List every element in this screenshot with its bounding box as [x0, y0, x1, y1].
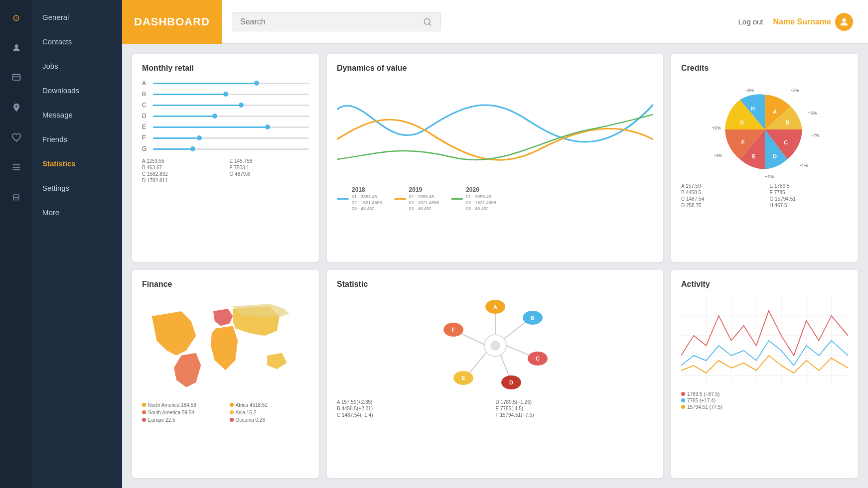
svg-text:+1%: +1% — [765, 174, 774, 179]
search-icon — [423, 17, 433, 27]
header: DASHBOARD Log out Name Surname — [122, 0, 868, 44]
main-area: DASHBOARD Log out Name Surname Monthly r… — [122, 0, 868, 488]
svg-point-0 — [14, 44, 18, 48]
sidebar-item-statistics[interactable]: Statistics — [32, 151, 122, 176]
sidebar-icons-panel: ⊙ ⊟ — [0, 0, 32, 488]
user-name[interactable]: Name Surname — [773, 13, 854, 31]
friends-icon[interactable] — [8, 159, 24, 175]
dynamics-legend-2018: 2018 01 - 2658.45 02 - 1521.4568 03 - 48… — [337, 186, 382, 211]
sidebar-nav: General Contacts Jobs Downloads Message … — [32, 0, 122, 488]
svg-text:G: G — [739, 120, 744, 125]
user-avatar — [835, 13, 853, 31]
content-grid: Monthly retail A B C D E — [122, 44, 868, 488]
statistic-chart: A B C D E — [337, 296, 653, 395]
svg-line-43 — [460, 333, 484, 345]
finance-title: Finance — [142, 280, 309, 289]
credits-title: Credits — [681, 64, 848, 73]
slider-row-c[interactable]: C — [142, 102, 309, 109]
slider-row-f[interactable]: F — [142, 134, 309, 141]
svg-text:-4%: -4% — [714, 153, 722, 158]
dynamics-legend: 2018 01 - 2658.45 02 - 1521.4568 03 - 48… — [337, 186, 653, 211]
location-icon[interactable] — [8, 100, 24, 116]
svg-text:E: E — [461, 375, 465, 381]
svg-point-46 — [490, 341, 500, 351]
dashboard-title: DASHBOARD — [122, 0, 222, 44]
header-right: Log out Name Surname — [738, 13, 853, 31]
sidebar-item-more[interactable]: More — [32, 200, 122, 225]
dynamics-legend-2020: 2020 01 - 2658.45 02 - 1521.4568 03 - 48… — [451, 186, 496, 211]
svg-text:-3%: -3% — [791, 88, 799, 93]
svg-text:+2%: +2% — [712, 125, 721, 130]
svg-text:C: C — [784, 139, 788, 145]
slider-row-d[interactable]: D — [142, 113, 309, 120]
logout-button[interactable]: Log out — [738, 17, 763, 26]
sidebar-item-settings[interactable]: Settings — [32, 176, 122, 200]
sidebar-item-general[interactable]: General — [32, 5, 122, 29]
finance-legend: North America 184.58 Africa 4518.52 Sout… — [142, 402, 309, 423]
slider-row-a[interactable]: A — [142, 80, 309, 87]
credits-legend: A 157.59 E 1789.5 B 4458.5 F 7785 C 1487… — [681, 183, 848, 208]
svg-text:A: A — [493, 304, 497, 310]
slider-row-b[interactable]: B — [142, 91, 309, 98]
dynamics-title: Dynamics of value — [337, 64, 653, 73]
statistic-card: Statistic A B C — [327, 270, 663, 478]
dynamics-legend-2019: 2019 01 - 2658.45 02 - 1521.4568 03 - 48… — [394, 186, 439, 211]
svg-text:F: F — [741, 139, 744, 145]
svg-text:D: D — [509, 379, 513, 385]
svg-text:H: H — [751, 106, 755, 112]
svg-text:C: C — [536, 356, 540, 362]
settings-icon[interactable]: ⊟ — [8, 189, 24, 205]
svg-text:-9%: -9% — [746, 88, 754, 93]
svg-text:-7%: -7% — [812, 133, 820, 138]
sidebar-item-downloads[interactable]: Downloads — [32, 78, 122, 103]
activity-legend: 1789.5 (+87.5) 7785 (+17.4) 15794.51 (77… — [681, 391, 848, 410]
activity-card: Activity 1789.5 (+ — [671, 270, 858, 478]
svg-point-8 — [424, 18, 430, 24]
credits-card: Credits — [671, 54, 858, 262]
slider-row-e[interactable]: E — [142, 123, 309, 130]
general-icon[interactable]: ⊙ — [8, 10, 24, 26]
credits-pie-svg: A B C D E F G H -9% -3% +5% -7% -4% +1% … — [710, 80, 820, 179]
monthly-retail-card: Monthly retail A B C D E — [132, 54, 319, 262]
dynamics-chart-svg — [337, 80, 653, 179]
sidebar-item-message[interactable]: Message — [32, 103, 122, 127]
contacts-icon[interactable] — [8, 40, 24, 56]
statistic-bubble-svg: A B C D E — [431, 296, 560, 395]
sidebar-item-contacts[interactable]: Contacts — [32, 29, 122, 54]
svg-text:+5%: +5% — [808, 111, 817, 116]
search-bar[interactable] — [232, 12, 441, 31]
statistic-title: Statistic — [337, 280, 653, 289]
svg-text:B: B — [531, 315, 535, 321]
svg-line-34 — [506, 346, 530, 356]
retail-legend: A 1253.55 E 145.758 B 463.67 F 7503.1 C … — [142, 158, 309, 183]
svg-line-37 — [500, 355, 509, 376]
credits-chart: A B C D E F G H -9% -3% +5% -7% -4% +1% … — [681, 80, 848, 179]
svg-text:A: A — [773, 109, 777, 115]
svg-text:F: F — [451, 327, 455, 333]
svg-text:D: D — [773, 153, 777, 159]
finance-map-svg — [142, 296, 309, 395]
search-input[interactable] — [240, 17, 418, 26]
dynamics-card: Dynamics of value 2018 01 - 2658.45 02 -… — [327, 54, 663, 262]
activity-chart-svg — [681, 296, 848, 385]
svg-line-31 — [504, 322, 526, 339]
activity-title: Activity — [681, 280, 848, 289]
jobs-icon[interactable] — [8, 70, 24, 86]
svg-text:-4%: -4% — [800, 163, 808, 168]
svg-line-9 — [430, 23, 432, 25]
finance-card: Finance North America 184.58 — [132, 270, 319, 478]
message-icon[interactable] — [8, 129, 24, 145]
sidebar-item-friends[interactable]: Friends — [32, 127, 122, 151]
svg-text:E: E — [752, 153, 755, 159]
slider-row-g[interactable]: G — [142, 145, 309, 152]
svg-point-10 — [842, 18, 846, 21]
sidebar-item-jobs[interactable]: Jobs — [32, 54, 122, 78]
svg-line-40 — [469, 353, 486, 373]
statistic-legend: A 157.59(+2.35) D 1789.5(+1.26) B 4458.5… — [337, 399, 653, 418]
monthly-retail-title: Monthly retail — [142, 64, 309, 73]
svg-text:B: B — [786, 120, 790, 125]
